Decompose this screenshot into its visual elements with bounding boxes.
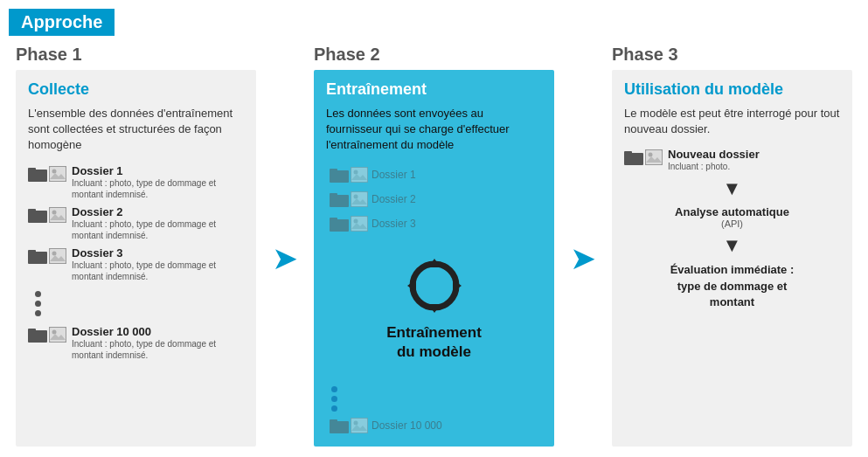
- dossier-last-icons: [28, 327, 66, 343]
- image-icon: [351, 191, 368, 207]
- dot2: [35, 301, 41, 307]
- down-arrow-1: ▼: [624, 177, 840, 200]
- train-dossier3: Dossier 3: [326, 213, 542, 234]
- phase1-dots: [28, 287, 244, 320]
- phase2-subtitle: Entraînement: [326, 80, 542, 99]
- down-arrow-icon1: ▼: [723, 177, 742, 200]
- analyse-sub: (API): [624, 218, 840, 229]
- train-dossier1: Dossier 1: [326, 164, 542, 185]
- header-title: Approche: [21, 12, 102, 31]
- dossier-last-detail: Incluant : photo, type de dommage et mon…: [72, 338, 244, 361]
- train-dossier-last: Dossier 10 000: [326, 415, 542, 436]
- blue-dot2: [331, 396, 337, 402]
- image-icon: [351, 418, 368, 433]
- phase3-column: Phase 3 Utilisation du modèle Le modèle …: [605, 45, 859, 447]
- phase2-column: Phase 2 Entraînement Les données sont en…: [307, 45, 561, 447]
- train-icon3: [330, 216, 368, 232]
- image-icon: [351, 216, 368, 232]
- dossier2-name: Dossier 2: [72, 205, 244, 218]
- down-arrow-icon2: ▼: [723, 234, 742, 257]
- train-icon1: [330, 167, 368, 183]
- dossier1-detail: Incluant : photo, type de dommage et mon…: [72, 177, 244, 200]
- dossier3-detail: Incluant : photo, type de dommage et mon…: [72, 260, 244, 282]
- train-icon-last: [330, 418, 368, 433]
- image-icon: [49, 207, 66, 223]
- dossier1-text: Dossier 1 Incluant : photo, type de domm…: [72, 164, 244, 200]
- header-bar: Approche: [0, 0, 868, 36]
- phase3-label: Phase 3: [612, 45, 852, 65]
- image-icon: [49, 327, 66, 343]
- phase2-dots: [326, 383, 542, 415]
- folder-icon: [28, 166, 47, 182]
- phase1-desc: L'ensemble des données d'entraînement so…: [28, 106, 244, 154]
- sync-label: Entraînementdu modèle: [386, 323, 482, 362]
- image-icon: [645, 149, 663, 165]
- down-arrow-2: ▼: [624, 234, 840, 257]
- dossier-last-item: Dossier 10 000 Incluant : photo, type de…: [28, 325, 244, 361]
- dossier2-icons: [28, 207, 66, 223]
- folder-icon: [330, 216, 349, 232]
- training-dossier-list: Dossier 1 Dossier 2 Dossier 3: [326, 164, 542, 234]
- dossier3-name: Dossier 3: [72, 246, 244, 260]
- dossier3-icons: [28, 248, 66, 264]
- approche-badge: Approche: [9, 9, 115, 36]
- analyse-label: Analyse automatique: [624, 205, 840, 218]
- dossier1-icons: [28, 166, 66, 182]
- dossier2-item: Dossier 2 Incluant : photo, type de domm…: [28, 205, 244, 241]
- folder-icon: [28, 207, 47, 223]
- phase1-column: Phase 1 Collecte L'ensemble des données …: [9, 45, 263, 447]
- folder-icon: [624, 149, 643, 165]
- train-label3: Dossier 3: [372, 218, 416, 230]
- phase1-subtitle: Collecte: [28, 80, 244, 99]
- main-layout: Phase 1 Collecte L'ensemble des données …: [0, 36, 868, 455]
- phase1-card: Collecte L'ensemble des données d'entraî…: [16, 70, 256, 447]
- arrow-2-3: ➤: [561, 71, 605, 447]
- train-icon2: [330, 191, 368, 207]
- image-icon: [351, 167, 368, 183]
- analyse-box: Analyse automatique (API): [624, 205, 840, 229]
- phase3-card: Utilisation du modèle Le modèle est peut…: [612, 70, 852, 447]
- dossier1-item: Dossier 1 Incluant : photo, type de domm…: [28, 164, 244, 200]
- sync-icon: [404, 255, 465, 316]
- dossier2-text: Dossier 2 Incluant : photo, type de domm…: [72, 205, 244, 241]
- blue-dot1: [331, 386, 337, 392]
- phase2-desc: Les données sont envoyées au fournisseur…: [326, 106, 542, 154]
- phase2-label: Phase 2: [314, 45, 554, 65]
- folder-icon: [330, 191, 349, 207]
- evaluation-label: Évaluation immédiate :type de dommage et…: [624, 262, 840, 310]
- dossier-last-text: Dossier 10 000 Incluant : photo, type de…: [72, 325, 244, 361]
- folder-icon: [28, 248, 47, 264]
- evaluation-box: Évaluation immédiate :type de dommage et…: [624, 262, 840, 310]
- dot1: [35, 291, 41, 297]
- train-label1: Dossier 1: [372, 169, 416, 181]
- dossier-last-name: Dossier 10 000: [72, 325, 244, 338]
- new-dossier-name: Nouveau dossier: [668, 148, 760, 161]
- new-dossier-item: Nouveau dossier Incluant : photo.: [624, 148, 840, 172]
- phase1-dossier-list: Dossier 1 Incluant : photo, type de domm…: [28, 164, 244, 436]
- phase3-flow: Nouveau dossier Incluant : photo. ▼ Anal…: [624, 148, 840, 310]
- phase3-desc: Le modèle est peut être interrogé pour t…: [624, 106, 840, 137]
- dossier3-text: Dossier 3 Incluant : photo, type de domm…: [72, 246, 244, 282]
- image-icon: [49, 248, 66, 264]
- arrow-1-2: ➤: [263, 71, 307, 447]
- train-label2: Dossier 2: [372, 193, 416, 205]
- folder-icon: [330, 167, 349, 183]
- sync-area: Entraînementdu modèle: [326, 234, 542, 383]
- dossier1-name: Dossier 1: [72, 164, 244, 177]
- dot3: [35, 310, 41, 316]
- phase3-subtitle: Utilisation du modèle: [624, 80, 840, 99]
- new-dossier-icons: [624, 149, 663, 165]
- new-dossier-text: Nouveau dossier Incluant : photo.: [668, 148, 760, 172]
- phase2-card: Entraînement Les données sont envoyées a…: [314, 70, 554, 447]
- new-dossier-detail: Incluant : photo.: [668, 161, 760, 172]
- right-arrow-icon-2: ➤: [570, 240, 596, 277]
- folder-icon: [28, 327, 47, 343]
- dossier2-detail: Incluant : photo, type de dommage et mon…: [72, 218, 244, 241]
- image-icon: [49, 166, 66, 182]
- right-arrow-icon: ➤: [272, 240, 298, 277]
- blue-dot3: [331, 405, 337, 412]
- phase1-label: Phase 1: [16, 45, 256, 65]
- dossier3-item: Dossier 3 Incluant : photo, type de domm…: [28, 246, 244, 282]
- train-label-last: Dossier 10 000: [372, 419, 442, 432]
- train-dossier2: Dossier 2: [326, 189, 542, 210]
